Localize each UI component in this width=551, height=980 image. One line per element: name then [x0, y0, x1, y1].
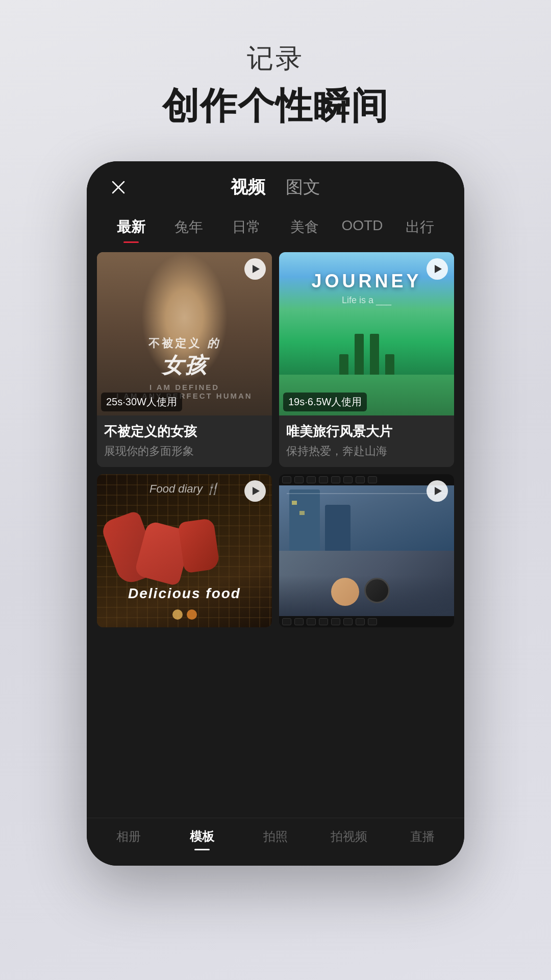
horizon-line [287, 493, 446, 494]
film-hole-1 [282, 476, 291, 483]
film-hole-b3 [307, 618, 316, 625]
badge-journey: 19s·6.5W人使用 [283, 393, 367, 411]
bottom-nav: 相册 模板 拍照 拍视频 直播 [87, 818, 464, 866]
person-head-2 [364, 578, 390, 603]
card-food[interactable]: Food diary 🍴 Delicious food [97, 474, 272, 627]
nav-template[interactable]: 模板 [165, 828, 239, 850]
badge-girl: 25s·30W人使用 [101, 393, 182, 411]
food-top-text: Food diary 🍴 [149, 482, 219, 496]
play-icon-food [253, 487, 260, 495]
food-icon-1 [172, 609, 183, 620]
film-hole-b1 [282, 618, 291, 625]
girl-bg: 不被定义 的 女孩 I AM DEFINEDI AM ANY PERFECT H… [97, 252, 272, 415]
film-strip-top [279, 474, 454, 485]
card-girl-title: 不被定义的女孩 [104, 423, 265, 440]
close-icon [111, 180, 126, 195]
close-button[interactable] [107, 176, 130, 199]
window-2 [299, 511, 305, 515]
film-hole-b4 [319, 618, 328, 625]
building-1 [289, 489, 320, 551]
film-hole-7 [356, 476, 365, 483]
card-film[interactable] [279, 474, 454, 627]
nav-template-label: 模板 [190, 828, 214, 845]
person-head-1 [331, 578, 359, 606]
play-icon-film [435, 487, 442, 495]
film-hole-2 [294, 476, 304, 483]
building-2 [325, 505, 350, 551]
tab-travel[interactable]: 出行 [391, 211, 449, 247]
card-girl-info: 不被定义的女孩 展现你的多面形象 [97, 415, 272, 467]
card-journey[interactable]: JOURNEY Life is a ___ [279, 252, 454, 467]
film-bg [279, 474, 454, 627]
food-main-text: Delicious food [97, 585, 272, 602]
film-hole-5 [331, 476, 340, 483]
content-area: 不被定义 的 女孩 I AM DEFINEDI AM ANY PERFECT H… [87, 247, 464, 818]
food-bg: Food diary 🍴 Delicious food [97, 474, 272, 627]
film-hole-8 [368, 476, 377, 483]
play-button-food[interactable] [244, 480, 266, 502]
film-hole-b8 [368, 618, 377, 625]
card-film-thumbnail [279, 474, 454, 627]
category-tabs: 最新 兔年 日常 美食 OOTD 出行 [87, 207, 464, 247]
nav-video-label: 拍视频 [331, 828, 367, 845]
nav-live-label: 直播 [410, 828, 435, 845]
tab-daily[interactable]: 日常 [218, 211, 276, 247]
film-strip-bottom [279, 616, 454, 627]
tab-food[interactable]: 美食 [276, 211, 333, 247]
play-button-journey[interactable] [427, 258, 448, 280]
meat-3 [178, 518, 220, 574]
nav-video-record[interactable]: 拍视频 [312, 828, 386, 850]
card-food-thumbnail: Food diary 🍴 Delicious food [97, 474, 272, 627]
top-nav: 视频 图文 [231, 176, 320, 199]
header-subtitle: 记录 [162, 41, 389, 77]
journey-sub-text: Life is a ___ [311, 295, 421, 306]
film-image-bottom [279, 551, 454, 616]
phone-frame: 视频 图文 最新 兔年 日常 美食 OOTD 出行 不被定义 的 女孩 I [87, 161, 464, 866]
film-hole-b6 [343, 618, 353, 625]
play-button-film[interactable] [427, 480, 448, 502]
film-hole-4 [319, 476, 328, 483]
card-girl[interactable]: 不被定义 的 女孩 I AM DEFINEDI AM ANY PERFECT H… [97, 252, 272, 467]
card-journey-thumbnail: JOURNEY Life is a ___ [279, 252, 454, 415]
play-icon-journey [435, 265, 442, 273]
film-hole-b5 [331, 618, 340, 625]
top-bar: 视频 图文 [87, 161, 464, 207]
food-icons-row [172, 609, 197, 620]
play-icon-girl [253, 265, 260, 273]
card-girl-thumbnail: 不被定义 的 女孩 I AM DEFINEDI AM ANY PERFECT H… [97, 252, 272, 415]
page-header: 记录 创作个性瞬间 [162, 41, 389, 131]
nav-photo-label: 拍照 [263, 828, 288, 845]
card-girl-desc: 展现你的多面形象 [104, 444, 265, 459]
nav-album[interactable]: 相册 [92, 828, 165, 850]
nav-template-indicator [194, 849, 210, 850]
tab-latest[interactable]: 最新 [102, 211, 160, 247]
film-hole-6 [343, 476, 353, 483]
tab-ootd[interactable]: OOTD [333, 211, 391, 247]
food-icon-2 [187, 609, 197, 620]
card-journey-title: 唯美旅行风景大片 [286, 423, 447, 440]
journey-bg: JOURNEY Life is a ___ [279, 252, 454, 415]
cards-grid: 不被定义 的 女孩 I AM DEFINEDI AM ANY PERFECT H… [97, 252, 454, 627]
nav-photo[interactable]: 拍照 [239, 828, 312, 850]
film-hole-b7 [356, 618, 365, 625]
nav-image-text[interactable]: 图文 [286, 176, 320, 199]
card-journey-desc: 保持热爱，奔赴山海 [286, 444, 447, 459]
card-journey-info: 唯美旅行风景大片 保持热爱，奔赴山海 [279, 415, 454, 467]
film-hole-3 [307, 476, 316, 483]
nav-video[interactable]: 视频 [231, 176, 265, 199]
tab-bunny[interactable]: 兔年 [160, 211, 217, 247]
nav-album-label: 相册 [116, 828, 141, 845]
window-1 [292, 501, 297, 505]
nav-live[interactable]: 直播 [386, 828, 459, 850]
film-images [279, 485, 454, 616]
film-hole-b2 [294, 618, 304, 625]
journey-title-text: JOURNEY [311, 271, 421, 292]
header-title: 创作个性瞬间 [162, 82, 389, 131]
play-button-girl[interactable] [244, 258, 266, 280]
meat-container [105, 505, 264, 592]
girl-overlay-text: 不被定义 的 女孩 I AM DEFINEDI AM ANY PERFECT H… [97, 336, 272, 400]
